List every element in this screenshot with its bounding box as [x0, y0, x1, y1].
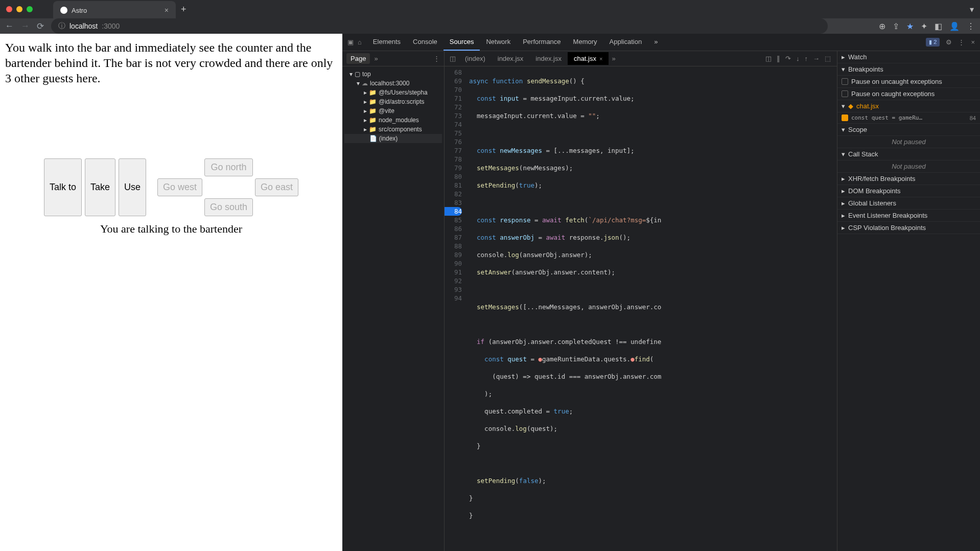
go-west-button: Go west	[157, 178, 202, 196]
devtools-menu-button[interactable]: ⋮	[958, 38, 965, 46]
global-listeners-section[interactable]: ▸ Global Listeners	[837, 197, 980, 210]
callstack-section[interactable]: ▾ Call Stack	[837, 148, 980, 160]
close-icon[interactable]: ×	[599, 56, 602, 62]
take-button[interactable]: Take	[85, 158, 115, 216]
step-out-icon[interactable]: ↑	[805, 55, 808, 62]
tab-console[interactable]: Console	[407, 34, 444, 51]
minimize-window-button[interactable]	[16, 6, 22, 12]
profile-icon[interactable]: 👤	[949, 21, 960, 31]
share-icon[interactable]: ⇪	[893, 21, 899, 31]
tab-title: Astro	[72, 7, 87, 14]
tree-host[interactable]: ▾ ☁ localhost:3000	[344, 79, 442, 88]
back-button[interactable]: ←	[5, 21, 14, 31]
inspect-element-icon[interactable]: ▣	[347, 38, 354, 46]
code-content[interactable]: async function sendMessage() { const inp…	[465, 66, 837, 551]
scope-not-paused: Not paused	[837, 136, 980, 148]
device-toolbar-icon[interactable]: ⌂	[358, 38, 362, 46]
favicon-icon	[60, 7, 67, 14]
callstack-not-paused: Not paused	[837, 160, 980, 173]
browser-tab[interactable]: Astro ×	[53, 1, 176, 19]
tree-file-index[interactable]: 📄 (index)	[344, 134, 442, 143]
zoom-icon[interactable]: ⊕	[879, 21, 885, 31]
reload-button[interactable]: ⟳	[37, 21, 44, 32]
event-bp-section[interactable]: ▸ Event Listener Breakpoints	[837, 210, 980, 222]
go-east-button: Go east	[255, 178, 298, 196]
breakpoints-section[interactable]: ▾ Breakpoints	[837, 63, 980, 76]
nav-files-icon[interactable]: ◫	[447, 55, 459, 62]
step-icon[interactable]: →	[813, 55, 820, 62]
use-button[interactable]: Use	[119, 158, 146, 216]
breakpoint-entry[interactable]: const quest = gameRu…84	[837, 112, 980, 124]
tab-sources[interactable]: Sources	[444, 34, 480, 51]
toggle-pane-icon[interactable]: ◫	[765, 55, 772, 62]
editor-area: ◫ (index) index.jsx index.jsx chat.jsx ×…	[445, 51, 837, 551]
tab-application[interactable]: Application	[603, 34, 648, 51]
tab-network[interactable]: Network	[480, 34, 517, 51]
window-titlebar: Astro × + ▾	[0, 0, 980, 18]
tabs-overflow-button[interactable]: »	[648, 34, 664, 51]
site-info-icon[interactable]: ⓘ	[58, 21, 65, 31]
csp-bp-section[interactable]: ▸ CSP Violation Breakpoints	[837, 222, 980, 234]
url-port: :3000	[102, 22, 120, 30]
devtools-close-button[interactable]: ×	[971, 38, 975, 46]
watch-section[interactable]: ▸ Watch	[837, 51, 980, 63]
url-host: localhost	[69, 22, 98, 30]
maximize-window-button[interactable]	[27, 6, 33, 12]
editor-tab-active[interactable]: chat.jsx ×	[568, 52, 609, 65]
chrome-menu-button[interactable]: ⋮	[967, 21, 975, 31]
pause-icon[interactable]: ‖	[777, 55, 780, 62]
issues-badge[interactable]: ▮ 2	[926, 38, 940, 47]
game-status-text: You are talking to the bartender	[0, 222, 342, 236]
pause-caught-checkbox[interactable]: Pause on caught exceptions	[837, 88, 980, 100]
files-menu-button[interactable]: ⋮	[433, 55, 440, 62]
tabs-overflow-icon[interactable]: »	[609, 55, 618, 62]
xhr-bp-section[interactable]: ▸ XHR/fetch Breakpoints	[837, 173, 980, 185]
tree-top[interactable]: ▾ ▢ top	[344, 70, 442, 79]
close-window-button[interactable]	[6, 6, 12, 12]
tree-folder[interactable]: ▸ 📁 node_modules	[344, 116, 442, 125]
line-gutter[interactable]: 6869707172737475767778798081828384858687…	[445, 66, 465, 551]
scope-section[interactable]: ▾ Scope	[837, 124, 980, 136]
app-page: You walk into the bar and immediately se…	[0, 34, 342, 551]
url-bar: ← → ⟳ ⓘ localhost:3000 ⊕ ⇪ ★ ✦ ◧ 👤 ⋮	[0, 18, 980, 34]
sidepanel-icon[interactable]: ◧	[935, 21, 942, 31]
window-controls	[6, 6, 33, 12]
dom-bp-section[interactable]: ▸ DOM Breakpoints	[837, 185, 980, 197]
go-north-button: Go north	[204, 158, 253, 176]
sources-file-pane: Page » ⋮ ▾ ▢ top ▾ ☁ localhost:3000 ▸ 📁 …	[342, 51, 445, 551]
deactivate-bp-icon[interactable]: ⬚	[825, 55, 831, 62]
bookmark-icon[interactable]: ★	[906, 21, 914, 31]
tree-folder[interactable]: ▸ 📁 @fs/Users/stepha	[344, 88, 442, 97]
address-field[interactable]: ⓘ localhost:3000	[51, 18, 828, 34]
files-overflow-icon[interactable]: »	[374, 55, 378, 62]
tab-memory[interactable]: Memory	[567, 34, 603, 51]
new-tab-button[interactable]: +	[181, 4, 186, 15]
extensions-icon[interactable]: ✦	[921, 21, 927, 31]
tab-performance[interactable]: Performance	[517, 34, 567, 51]
settings-icon[interactable]: ⚙	[946, 38, 952, 46]
step-over-icon[interactable]: ↷	[785, 55, 791, 62]
devtools-tabs: Elements Console Sources Network Perform…	[367, 34, 664, 51]
step-into-icon[interactable]: ↓	[796, 55, 800, 62]
go-south-button: Go south	[204, 198, 253, 216]
room-description: You walk into the bar and immediately se…	[5, 40, 337, 86]
tab-close-button[interactable]: ×	[165, 6, 169, 14]
tree-folder[interactable]: ▸ 📁 @id/astro:scripts	[344, 97, 442, 106]
tree-folder[interactable]: ▸ 📁 src/components	[344, 125, 442, 134]
talk-to-button[interactable]: Talk to	[44, 158, 82, 216]
tab-elements[interactable]: Elements	[367, 34, 407, 51]
editor-tab[interactable]: (index)	[459, 52, 492, 65]
debugger-sidebar: ▸ Watch ▾ Breakpoints Pause on uncaught …	[837, 51, 980, 551]
editor-tab[interactable]: index.jsx	[492, 52, 530, 65]
forward-button: →	[21, 21, 30, 31]
breakpoint-file[interactable]: ▾ ◆ chat.jsx	[837, 100, 980, 112]
devtools-panel: ▣ ⌂ Elements Console Sources Network Per…	[342, 34, 980, 551]
tabs-menu-button[interactable]: ▾	[970, 5, 974, 14]
code-editor[interactable]: 6869707172737475767778798081828384858687…	[445, 66, 837, 551]
editor-tab[interactable]: index.jsx	[529, 52, 568, 65]
page-subtab[interactable]: Page	[346, 53, 370, 64]
tree-folder[interactable]: ▸ 📁 @vite	[344, 106, 442, 116]
pause-uncaught-checkbox[interactable]: Pause on uncaught exceptions	[837, 76, 980, 88]
